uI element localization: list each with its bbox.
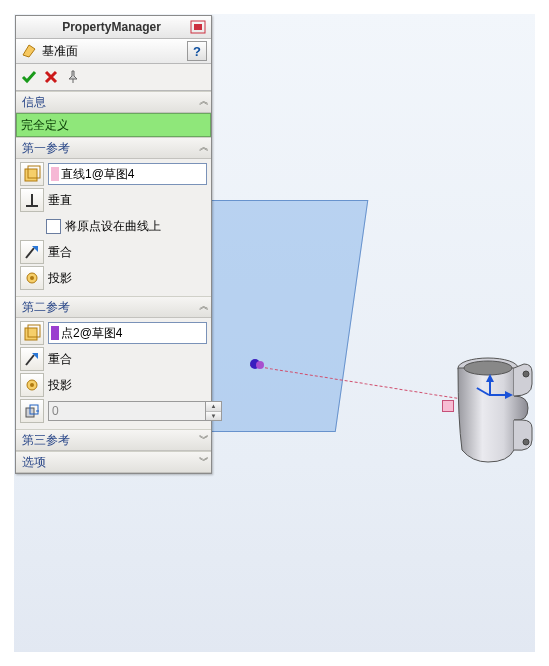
section-options-header[interactable]: 选项 ︾	[16, 452, 211, 473]
expand-icon: ︾	[199, 454, 207, 468]
section-ref1-header[interactable]: 第一参考 ︽	[16, 138, 211, 159]
coincident-label: 重合	[48, 244, 207, 261]
ref1-swatch-icon	[51, 167, 59, 181]
entity-type-icon[interactable]	[20, 162, 44, 186]
section-options-title: 选项	[22, 454, 46, 471]
ok-button[interactable]	[20, 68, 38, 86]
coincident-icon[interactable]	[20, 240, 44, 264]
origin-on-curve-label: 将原点设在曲线上	[65, 218, 207, 235]
reference-point-2[interactable]	[442, 400, 454, 412]
ref2-entity-name: 点2@草图4	[61, 325, 123, 342]
svg-rect-10	[25, 328, 37, 340]
pin-button[interactable]	[64, 68, 82, 86]
svg-point-2	[523, 371, 529, 377]
confirm-bar	[16, 64, 211, 91]
ref1-entity-field[interactable]: 直线1@草图4	[48, 163, 207, 185]
svg-point-9	[30, 276, 34, 280]
offset-distance-field[interactable]: ▲ ▼	[48, 401, 222, 421]
project-icon[interactable]	[20, 373, 44, 397]
section-first-reference: 第一参考 ︽ 直线1@草图4 垂直 将原点设在曲线上	[16, 137, 211, 296]
coincident-icon[interactable]	[20, 347, 44, 371]
collapse-icon: ︽	[199, 140, 207, 154]
project-label: 投影	[48, 270, 207, 287]
plane-icon	[20, 42, 38, 60]
cancel-button[interactable]	[42, 68, 60, 86]
svg-point-1	[464, 361, 512, 375]
svg-point-3	[523, 439, 529, 445]
origin-triad-icon[interactable]	[477, 382, 507, 412]
offset-distance-input[interactable]	[48, 401, 206, 421]
spinner-down[interactable]: ▼	[206, 411, 221, 421]
definition-status: 完全定义	[16, 113, 211, 137]
perpendicular-icon[interactable]	[20, 188, 44, 212]
svg-rect-5	[194, 24, 202, 30]
section-info: 信息 ︽ 完全定义	[16, 91, 211, 137]
section-options: 选项 ︾	[16, 451, 211, 473]
reference-point-1[interactable]	[250, 359, 260, 369]
section-info-header[interactable]: 信息 ︽	[16, 92, 211, 113]
feature-name: 基准面	[42, 43, 187, 60]
coincident-label: 重合	[48, 351, 207, 368]
svg-rect-6	[25, 169, 37, 181]
section-third-reference: 第三参考 ︾	[16, 429, 211, 451]
origin-on-curve-checkbox[interactable]	[46, 219, 61, 234]
help-button[interactable]: ?	[187, 41, 207, 61]
section-ref2-header[interactable]: 第二参考 ︽	[16, 297, 211, 318]
section-ref2-title: 第二参考	[22, 299, 70, 316]
property-manager-panel: PropertyManager 基准面 ? 信息 ︽ 完全定义	[15, 15, 212, 474]
perpendicular-label: 垂直	[48, 192, 207, 209]
project-label: 投影	[48, 377, 207, 394]
section-ref3-header[interactable]: 第三参考 ︾	[16, 430, 211, 451]
svg-point-13	[30, 383, 34, 387]
pm-title: PropertyManager	[36, 20, 187, 34]
feature-title-bar: 基准面 ?	[16, 39, 211, 64]
spinner-buttons[interactable]: ▲ ▼	[206, 401, 222, 421]
spinner-up[interactable]: ▲	[206, 402, 221, 411]
section-info-title: 信息	[22, 94, 46, 111]
entity-type-icon[interactable]	[20, 321, 44, 345]
section-ref1-title: 第一参考	[22, 140, 70, 157]
collapse-icon: ︽	[199, 299, 207, 313]
offset-icon[interactable]	[20, 399, 44, 423]
ref2-entity-field[interactable]: 点2@草图4	[48, 322, 207, 344]
expand-icon: ︾	[199, 432, 207, 446]
pm-header: PropertyManager	[16, 16, 211, 39]
ref1-entity-name: 直线1@草图4	[61, 166, 135, 183]
section-ref3-title: 第三参考	[22, 432, 70, 449]
project-icon[interactable]	[20, 266, 44, 290]
section-second-reference: 第二参考 ︽ 点2@草图4 重合	[16, 296, 211, 429]
collapse-icon: ︽	[199, 94, 207, 108]
pm-header-button[interactable]	[187, 17, 209, 37]
ref2-swatch-icon	[51, 326, 59, 340]
